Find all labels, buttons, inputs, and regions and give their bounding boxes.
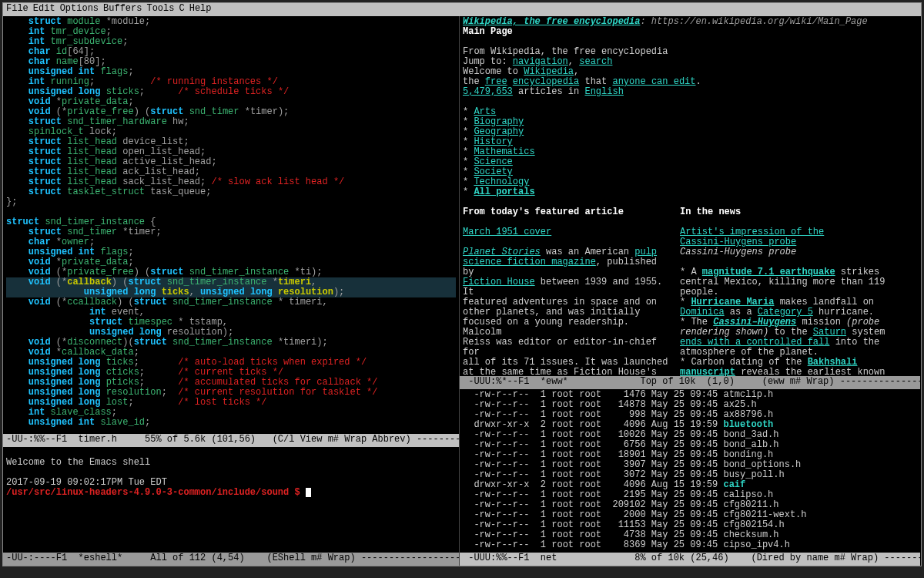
right-column: Wikipedia, the free encyclopedia: https:… <box>460 16 920 566</box>
dired-entry[interactable]: caif <box>723 479 745 490</box>
dired-entry[interactable]: busy_poll.h <box>723 469 784 480</box>
dired-entry[interactable]: cipso_ipv4.h <box>723 539 789 550</box>
left-column: struct module *module; int tmr_device; i… <box>3 16 460 566</box>
dired-entry[interactable]: bonding.h <box>723 449 773 460</box>
news-body: * A magnitude 7.1 earthquake strikes cen… <box>680 267 885 376</box>
modeline-eshell: -UU-:----F1 *eshell* All of 112 (4,54) (… <box>3 553 459 566</box>
dired-entry[interactable]: cfg80211.h <box>723 499 778 510</box>
dired-entry[interactable]: bond_alb.h <box>723 439 778 450</box>
modeline-dired: -UUU:%%--F1 net 8% of 10k (25,46) (Dired… <box>460 553 920 566</box>
menu-buffers[interactable]: Buffers <box>103 4 142 15</box>
nav-link[interactable]: navigation <box>513 56 568 67</box>
dired-entry[interactable]: ax25.h <box>723 399 756 410</box>
menu-c[interactable]: C <box>179 4 184 15</box>
eshell-welcome: Welcome to the Emacs shell <box>6 457 150 468</box>
wikipedia-link[interactable]: Wikipedia <box>524 66 574 77</box>
modeline-source: -UU-:%%--F1 timer.h 55% of 5.6k (101,56)… <box>3 434 459 447</box>
dired-entry[interactable]: cfg802154.h <box>723 519 784 530</box>
news-caption: Cassini-Huygens probe <box>680 247 796 257</box>
dired-entry[interactable]: atmclip.h <box>723 389 773 400</box>
news-image-link[interactable]: Artist's impression of the <box>680 227 824 237</box>
portal-link[interactable]: Geography <box>474 126 524 137</box>
portal-link[interactable]: Science <box>474 156 512 167</box>
article-count[interactable]: 5,479,653 <box>463 86 513 97</box>
menu-edit[interactable]: Edit <box>33 4 55 15</box>
anyone-edit-link[interactable]: anyone can edit <box>612 76 695 87</box>
menu-file[interactable]: File <box>6 4 28 15</box>
news-image-link-2[interactable]: Cassini-Huygens probe <box>680 237 796 247</box>
dired-entry[interactable]: ax88796.h <box>723 409 773 420</box>
source-buffer[interactable]: struct module *module; int tmr_device; i… <box>3 16 459 434</box>
portal-list: * Arts * Biography * Geography * History… <box>463 107 917 197</box>
welcome-label: Welcome to <box>463 66 524 77</box>
dired-entry[interactable]: bluetooth <box>723 419 773 430</box>
wiki-from: From Wikipedia, the free encyclopedia <box>463 46 668 57</box>
featured-article-body: Planet Stories was an American pulpscien… <box>463 247 668 376</box>
wiki-title: Wikipedia, the free encyclopedia <box>463 16 640 27</box>
portal-link[interactable]: Arts <box>474 106 496 117</box>
emacs-frame: FileEditOptionsBuffersToolsCHelp struct … <box>2 2 922 566</box>
news-heading: In the news <box>680 207 741 217</box>
eshell-prompt: /usr/src/linux-headers-4.9.0-3-common/in… <box>6 487 300 498</box>
portal-link[interactable]: Biography <box>474 116 524 127</box>
search-link[interactable]: search <box>579 56 612 67</box>
eshell-timestamp: 2017-09-19 09:02:17PM Tue EDT <box>6 477 167 488</box>
eshell-buffer[interactable]: Welcome to the Emacs shell 2017-09-19 09… <box>3 447 459 553</box>
dired-entry[interactable]: bond_options.h <box>723 459 801 470</box>
dired-entry[interactable]: calipso.h <box>723 489 773 500</box>
menu-help[interactable]: Help <box>189 4 212 15</box>
featured-article-heading: From today's featured article <box>463 207 624 217</box>
eww-buffer[interactable]: Wikipedia, the free encyclopedia: https:… <box>460 16 920 376</box>
dired-buffer[interactable]: -rw-r--r-- 1 root root 1476 May 25 09:45… <box>460 389 920 553</box>
dired-entry[interactable]: cfg80211-wext.h <box>723 509 806 520</box>
cover-link[interactable]: March 1951 cover <box>463 227 551 237</box>
portal-link[interactable]: Technology <box>474 176 529 187</box>
menu-tools[interactable]: Tools <box>146 4 174 15</box>
portal-link[interactable]: Mathematics <box>474 146 534 157</box>
menu-options[interactable]: Options <box>60 4 99 15</box>
free-link[interactable]: free <box>485 76 507 87</box>
page-heading: Main Page <box>463 26 513 37</box>
portal-link[interactable]: History <box>474 136 512 147</box>
portal-link[interactable]: Society <box>474 166 512 177</box>
menu-bar[interactable]: FileEditOptionsBuffersToolsCHelp <box>3 3 921 16</box>
modeline-eww: -UUU:%*--F1 *eww* Top of 10k (1,0) (eww … <box>460 376 920 389</box>
wiki-url: : https://en.wikipedia.org/wiki/Main_Pag… <box>640 16 867 27</box>
english-link[interactable]: English <box>584 86 623 97</box>
cursor-icon <box>306 488 311 497</box>
portal-link[interactable]: All portals <box>474 187 534 197</box>
window-split: struct module *module; int tmr_device; i… <box>3 16 921 566</box>
encyclopedia-link[interactable]: encyclopedia <box>513 76 579 87</box>
jump-label: Jump to: <box>463 56 513 67</box>
dired-entry[interactable]: checksum.h <box>723 529 778 540</box>
dired-entry[interactable]: bond_3ad.h <box>723 429 778 440</box>
